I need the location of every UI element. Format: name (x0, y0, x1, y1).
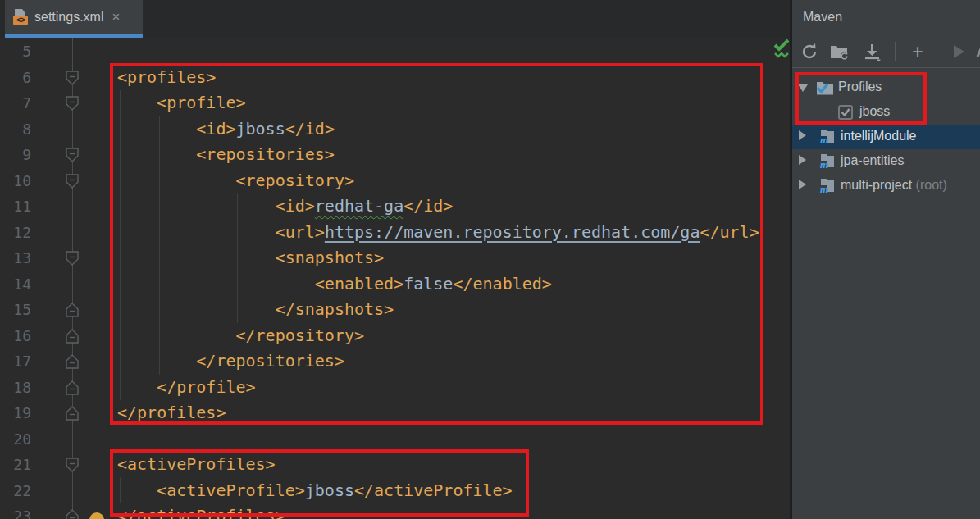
maven-goal-icon[interactable] (973, 41, 980, 62)
line-number: 12 (0, 224, 31, 241)
fold-end-icon[interactable] (66, 329, 79, 344)
fold-end-icon[interactable] (66, 380, 79, 395)
code-text: </snapshots> (117, 299, 394, 319)
toolbar-separator (937, 42, 937, 61)
code-segment-tag: <id> (117, 196, 315, 216)
code-segment-tag: <url> (117, 222, 325, 242)
tab-close-icon[interactable]: × (112, 9, 120, 25)
code-text: <url>https://maven.repository.redhat.com… (117, 222, 759, 242)
maven-tree: Profiles jboss m (792, 75, 980, 198)
tree-node-profiles[interactable]: Profiles (792, 75, 980, 100)
code-line[interactable]: 13 <snapshots> (0, 245, 790, 271)
line-number: 7 (0, 94, 31, 112)
plus-icon[interactable]: + (907, 41, 928, 62)
code-line[interactable]: 12 <url>https://maven.repository.redhat.… (0, 220, 790, 246)
line-number: 9 (0, 146, 31, 163)
code-line[interactable]: 20 (0, 426, 790, 453)
code-segment-tag: </profiles> (117, 403, 226, 422)
line-number: 17 (0, 353, 31, 370)
fold-collapse-icon[interactable] (66, 251, 79, 266)
code-segment-tag: </profile> (117, 377, 256, 397)
code-line[interactable]: 16 </repository> (0, 323, 790, 349)
code-text: <id>redhat-ga</id> (117, 196, 453, 216)
gutter-dot-marker[interactable] (89, 512, 104, 519)
folder-sync-icon[interactable] (829, 41, 850, 62)
fold-collapse-icon[interactable] (66, 458, 79, 472)
fold-collapse-icon[interactable] (66, 96, 79, 111)
fold-collapse-icon[interactable] (66, 148, 79, 162)
fold-collapse-icon[interactable] (66, 174, 79, 189)
code-line[interactable]: 22 <activeProfile>jboss</activeProfile> (0, 478, 790, 504)
code-lines: 56<profiles>7 <profile>8 <id>jboss</id>9… (0, 39, 790, 519)
fold-end-icon[interactable] (66, 303, 79, 317)
code-segment-tag: <snapshots> (117, 248, 384, 267)
tab-settings-xml[interactable]: <> settings.xml × (5, 0, 143, 34)
code-segment-val: jboss (305, 480, 354, 500)
tree-node-jpa-entities[interactable]: m jpa-entities (792, 149, 980, 174)
code-editor[interactable]: 56<profiles>7 <profile>8 <id>jboss</id>9… (0, 38, 790, 519)
tree-node-jboss-profile[interactable]: jboss (792, 100, 980, 125)
line-number: 19 (0, 404, 31, 421)
tree-label-profiles: Profiles (838, 80, 882, 94)
code-line[interactable]: 9 <repositories> (0, 142, 790, 168)
chevron-right-icon[interactable] (799, 155, 806, 165)
maven-toolbar: + (792, 34, 980, 68)
fold-end-icon[interactable] (66, 354, 79, 369)
chevron-right-icon[interactable] (799, 180, 806, 189)
code-line[interactable]: 11 <id>redhat-ga</id> (0, 193, 790, 220)
code-text: <profile> (117, 93, 246, 112)
code-line[interactable]: 21<activeProfiles> (0, 452, 790, 478)
code-line[interactable]: 14 <enabled>false</enabled> (0, 271, 790, 298)
line-number: 8 (0, 121, 31, 138)
profiles-folder-icon (816, 80, 834, 99)
line-number: 6 (0, 69, 31, 86)
maven-module-icon: m (819, 129, 836, 148)
code-text: </activeProfiles> (117, 506, 285, 519)
code-text: <profiles> (117, 67, 216, 87)
code-segment-tag: <id> (117, 119, 236, 139)
maven-module-icon: m (819, 178, 836, 198)
code-line[interactable]: 6<profiles> (0, 65, 790, 91)
code-line[interactable]: 23</activeProfiles> (0, 503, 790, 519)
line-number: 13 (0, 249, 31, 266)
code-line[interactable]: 18 </profile> (0, 375, 790, 401)
code-line[interactable]: 15 </snapshots> (0, 297, 790, 323)
tree-node-multi-project[interactable]: m multi-project (root) (792, 174, 980, 198)
code-segment-tag: </id> (403, 196, 453, 216)
toolbar-separator (895, 42, 896, 61)
tree-node-intellijmodule[interactable]: m intellijModule (792, 125, 980, 149)
code-line[interactable]: 19</profiles> (0, 400, 790, 426)
download-icon[interactable] (861, 41, 882, 62)
code-line[interactable]: 7 <profile> (0, 90, 790, 116)
fold-collapse-icon[interactable] (66, 71, 79, 85)
code-segment-tag: </snapshots> (117, 299, 394, 319)
code-segment-tag: </activeProfile> (354, 480, 513, 500)
chevron-down-icon[interactable] (798, 84, 808, 92)
fold-end-icon[interactable] (66, 509, 79, 519)
tree-label-intellijmodule: intellijModule (841, 129, 917, 143)
fold-end-icon[interactable] (66, 406, 79, 421)
svg-text:m: m (820, 134, 828, 145)
code-line[interactable]: 5 (0, 39, 790, 65)
code-segment-tag: </url> (700, 222, 759, 242)
tree-label-root-suffix: (root) (916, 178, 947, 192)
refresh-icon[interactable] (799, 41, 820, 62)
code-text: <repository> (117, 171, 354, 190)
ide-window: <> settings.xml × 56<profiles>7 <profile… (0, 0, 980, 519)
chevron-right-icon[interactable] (799, 130, 806, 140)
code-line[interactable]: 17 </repositories> (0, 348, 790, 375)
line-number: 20 (0, 430, 31, 448)
code-text: </profiles> (117, 403, 226, 422)
jboss-checkbox[interactable] (838, 105, 853, 120)
tree-label-multi-project: multi-project (root) (841, 178, 947, 193)
line-number: 10 (0, 172, 31, 189)
maven-panel-title: Maven (792, 0, 980, 34)
code-line[interactable]: 10 <repository> (0, 168, 790, 194)
code-segment-link[interactable]: https://maven.repository.redhat.com/ga (325, 222, 700, 242)
code-segment-tag: </id> (285, 119, 335, 139)
code-text: <enabled>false</enabled> (117, 274, 552, 294)
play-icon[interactable] (948, 41, 969, 62)
code-line[interactable]: 8 <id>jboss</id> (0, 116, 790, 143)
inspections-ok-icon[interactable] (772, 38, 791, 59)
svg-text:m: m (820, 183, 828, 194)
